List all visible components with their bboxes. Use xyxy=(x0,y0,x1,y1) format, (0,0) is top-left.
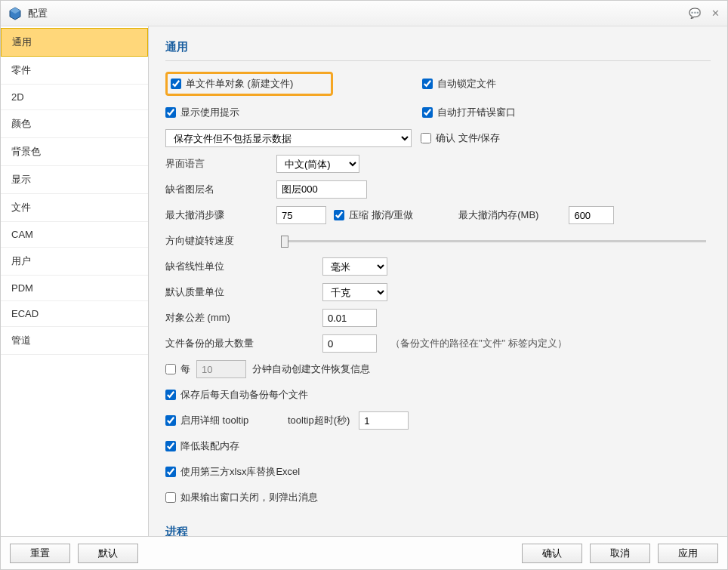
app-icon xyxy=(8,7,22,20)
sidebar-item-label: 背景色 xyxy=(11,146,41,157)
label-tooltip-timeout: tooltip超时(秒) xyxy=(288,414,350,427)
input-max-file-backups[interactable] xyxy=(322,334,377,353)
apply-button[interactable]: 应用 xyxy=(658,544,718,563)
checkbox-use-third-party-xlsx[interactable]: 使用第三方xlsx库替换Excel xyxy=(165,465,300,479)
sidebar-item-label: 通用 xyxy=(12,36,32,48)
sidebar-item-pipe[interactable]: 管道 xyxy=(1,327,148,355)
checkbox-input[interactable] xyxy=(171,79,181,89)
label-default-layer-name: 缺省图层名 xyxy=(165,183,267,196)
checkbox-backup-each-file-daily[interactable]: 保存后每天自动备份每个文件 xyxy=(165,388,308,402)
checkbox-compress-undo-redo[interactable]: 压缩 撤消/重做 xyxy=(334,208,413,222)
divider xyxy=(165,60,711,61)
label-max-undo-memory: 最大撤消内存(MB) xyxy=(458,208,538,222)
slider-arrow-key-speed[interactable] xyxy=(281,240,706,242)
ok-button[interactable]: 确认 xyxy=(522,544,582,563)
checkbox-input[interactable] xyxy=(165,467,176,477)
label-auto-recovery-suffix: 分钟自动创建文件恢复信息 xyxy=(252,362,370,376)
sidebar-item-display[interactable]: 显示 xyxy=(1,166,148,194)
select-save-file-mode[interactable]: 保存文件但不包括显示数据 xyxy=(165,129,412,147)
titlebar: 配置 💬 ✕ xyxy=(1,1,727,26)
label-default-linear-unit: 缺省线性单位 xyxy=(165,260,313,273)
checkbox-input[interactable] xyxy=(334,210,344,220)
sidebar-item-user[interactable]: 用户 xyxy=(1,248,148,276)
sidebar-item-2d[interactable]: 2D xyxy=(1,85,148,110)
close-icon[interactable]: ✕ xyxy=(711,8,720,19)
section-title-general: 通用 xyxy=(165,40,711,54)
sidebar-item-file[interactable]: 文件 xyxy=(1,194,148,222)
sidebar-item-bgcolor[interactable]: 背景色 xyxy=(1,138,148,166)
checkbox-label: 使用第三方xlsx库替换Excel xyxy=(180,465,300,479)
input-tooltip-timeout[interactable] xyxy=(359,411,409,430)
input-object-tolerance[interactable] xyxy=(322,309,377,327)
checkbox-label: 保存后每天自动备份每个文件 xyxy=(180,388,308,402)
sidebar-item-ecad[interactable]: ECAD xyxy=(1,301,148,327)
label-arrow-key-speed: 方向键旋转速度 xyxy=(165,234,267,248)
checkbox-input[interactable] xyxy=(165,441,176,451)
sidebar-item-label: 管道 xyxy=(11,334,31,346)
sidebar-item-label: PDM xyxy=(11,282,33,294)
highlight-single-file: 单文件单对象 (新建文件) xyxy=(165,72,333,96)
sidebar-item-general[interactable]: 通用 xyxy=(1,28,148,57)
checkbox-enable-detailed-tooltip[interactable]: 启用详细 tooltip xyxy=(165,414,288,427)
checkbox-confirm-file-save[interactable]: 确认 文件/保存 xyxy=(421,131,500,145)
checkbox-single-file-object[interactable]: 单文件单对象 (新建文件) xyxy=(171,77,293,91)
select-default-linear-unit[interactable]: 毫米 xyxy=(322,257,387,276)
checkbox-label: 确认 文件/保存 xyxy=(436,131,500,145)
sidebar-item-cam[interactable]: CAM xyxy=(1,222,148,248)
cancel-button[interactable]: 取消 xyxy=(590,544,650,563)
input-default-layer-name[interactable] xyxy=(276,180,367,199)
checkbox-reduce-assembly-memory[interactable]: 降低装配内存 xyxy=(165,439,239,453)
window-title: 配置 xyxy=(28,7,689,20)
label-default-mass-unit: 默认质量单位 xyxy=(165,285,313,299)
sidebar-item-label: 文件 xyxy=(11,202,31,213)
label-ui-language: 界面语言 xyxy=(165,157,267,171)
note-backup-path: （备份文件的路径在"文件" 标签内定义） xyxy=(390,337,567,350)
input-auto-recovery-minutes xyxy=(196,360,246,378)
checkbox-label: 自动打开错误窗口 xyxy=(437,106,516,119)
sidebar-item-label: 用户 xyxy=(11,255,31,267)
sidebar-item-label: ECAD xyxy=(11,308,39,319)
checkbox-label: 压缩 撤消/重做 xyxy=(349,208,413,222)
checkbox-auto-recovery[interactable]: 每 xyxy=(165,362,190,376)
input-max-undo-steps[interactable] xyxy=(276,206,326,224)
checkbox-label: 显示使用提示 xyxy=(180,106,239,119)
checkbox-label: 如果输出窗口关闭，则弹出消息 xyxy=(180,491,318,504)
checkbox-label: 启用详细 tooltip xyxy=(180,414,248,427)
select-default-mass-unit[interactable]: 千克 xyxy=(322,283,387,301)
feedback-icon[interactable]: 💬 xyxy=(689,8,701,19)
sidebar-item-pdm[interactable]: PDM xyxy=(1,276,148,301)
sidebar-item-label: CAM xyxy=(11,229,33,240)
slider-thumb[interactable] xyxy=(281,236,288,248)
checkbox-input[interactable] xyxy=(165,492,176,503)
sidebar-item-label: 零件 xyxy=(11,64,31,75)
checkbox-auto-lock-file[interactable]: 自动锁定文件 xyxy=(422,77,496,91)
checkbox-input[interactable] xyxy=(165,415,176,426)
label-max-file-backups: 文件备份的最大数量 xyxy=(165,337,313,350)
checkbox-input[interactable] xyxy=(422,107,433,118)
checkbox-input[interactable] xyxy=(421,133,431,143)
checkbox-input[interactable] xyxy=(165,390,176,400)
default-button[interactable]: 默认 xyxy=(78,544,138,563)
sidebar-item-label: 2D xyxy=(11,91,24,103)
checkbox-label: 每 xyxy=(180,362,190,376)
checkbox-input[interactable] xyxy=(165,107,176,118)
checkbox-input[interactable] xyxy=(422,79,433,89)
label-max-undo-steps: 最大撤消步骤 xyxy=(165,208,267,222)
footer: 重置 默认 确认 取消 应用 xyxy=(1,536,727,569)
sidebar-item-part[interactable]: 零件 xyxy=(1,57,148,85)
section-title-process: 进程 xyxy=(165,525,711,536)
checkbox-label: 降低装配内存 xyxy=(180,439,239,453)
checkbox-popup-if-output-closed[interactable]: 如果输出窗口关闭，则弹出消息 xyxy=(165,491,318,504)
checkbox-show-usage-tips[interactable]: 显示使用提示 xyxy=(165,106,239,119)
select-ui-language[interactable]: 中文(简体) xyxy=(276,155,359,173)
checkbox-label: 自动锁定文件 xyxy=(437,77,496,91)
checkbox-auto-open-error-window[interactable]: 自动打开错误窗口 xyxy=(422,106,516,119)
checkbox-label: 单文件单对象 (新建文件) xyxy=(186,77,293,91)
sidebar: 通用 零件 2D 颜色 背景色 显示 文件 CAM 用户 PDM ECAD 管道 xyxy=(1,26,149,536)
sidebar-item-label: 颜色 xyxy=(11,118,31,129)
input-max-undo-memory[interactable] xyxy=(569,206,614,224)
sidebar-item-color[interactable]: 颜色 xyxy=(1,110,148,138)
content-panel: 通用 单文件单对象 (新建文件) 自动锁定文件 xyxy=(149,26,727,536)
checkbox-input[interactable] xyxy=(165,364,176,374)
reset-button[interactable]: 重置 xyxy=(10,544,70,563)
